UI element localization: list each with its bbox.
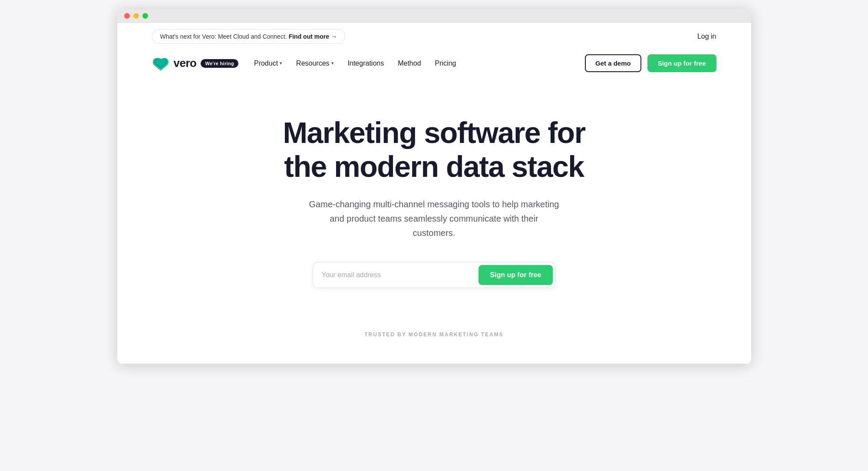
traffic-light-green[interactable] — [142, 13, 148, 19]
browser-chrome — [117, 9, 751, 23]
chevron-down-icon: ▾ — [331, 60, 334, 66]
announcement-cta[interactable]: Find out more → — [289, 33, 337, 40]
hero-subtitle: Game-changing multi-channel messaging to… — [308, 197, 560, 240]
nav-link-pricing[interactable]: Pricing — [435, 60, 456, 67]
vero-logo-icon — [152, 56, 169, 71]
hero-title: Marketing software for the modern data s… — [265, 116, 604, 183]
trusted-label: TRUSTED BY MODERN MARKETING TEAMS — [152, 332, 716, 338]
nav-right: Get a demo Sign up for free — [585, 54, 716, 72]
hero-section: Marketing software for the modern data s… — [117, 81, 751, 314]
hero-form: Sign up for free — [313, 262, 556, 288]
logo-text: vero — [174, 56, 197, 70]
announcement-bar: What's next for Vero: Meet Cloud and Con… — [117, 23, 751, 50]
get-demo-button[interactable]: Get a demo — [585, 54, 641, 72]
browser-window: What's next for Vero: Meet Cloud and Con… — [117, 9, 751, 364]
nav-links: Product ▾ Resources ▾ Integrations — [254, 60, 456, 67]
logo-area[interactable]: vero We're hiring — [152, 56, 238, 71]
announcement-pill[interactable]: What's next for Vero: Meet Cloud and Con… — [152, 29, 345, 44]
email-input[interactable] — [322, 267, 479, 283]
signup-hero-button[interactable]: Sign up for free — [479, 265, 552, 285]
nav-item-method[interactable]: Method — [398, 60, 421, 67]
chevron-down-icon: ▾ — [280, 60, 282, 66]
hiring-badge: We're hiring — [201, 59, 238, 68]
traffic-light-red[interactable] — [124, 13, 130, 19]
trusted-section: TRUSTED BY MODERN MARKETING TEAMS — [117, 314, 751, 364]
nav-link-product[interactable]: Product ▾ — [254, 60, 282, 67]
nav-item-pricing[interactable]: Pricing — [435, 60, 456, 67]
nav-left: vero We're hiring Product ▾ Resources — [152, 56, 456, 71]
nav-item-product[interactable]: Product ▾ — [254, 60, 282, 67]
nav-link-resources[interactable]: Resources ▾ — [296, 60, 333, 67]
nav-link-integrations[interactable]: Integrations — [348, 60, 384, 67]
navbar: vero We're hiring Product ▾ Resources — [117, 50, 751, 81]
announcement-text: What's next for Vero: Meet Cloud and Con… — [160, 33, 287, 40]
login-link[interactable]: Log in — [697, 33, 716, 40]
nav-item-resources[interactable]: Resources ▾ — [296, 60, 333, 67]
traffic-light-yellow[interactable] — [133, 13, 139, 19]
nav-item-integrations[interactable]: Integrations — [348, 60, 384, 67]
signup-nav-button[interactable]: Sign up for free — [647, 54, 716, 72]
browser-content: What's next for Vero: Meet Cloud and Con… — [117, 23, 751, 364]
nav-link-method[interactable]: Method — [398, 60, 421, 67]
